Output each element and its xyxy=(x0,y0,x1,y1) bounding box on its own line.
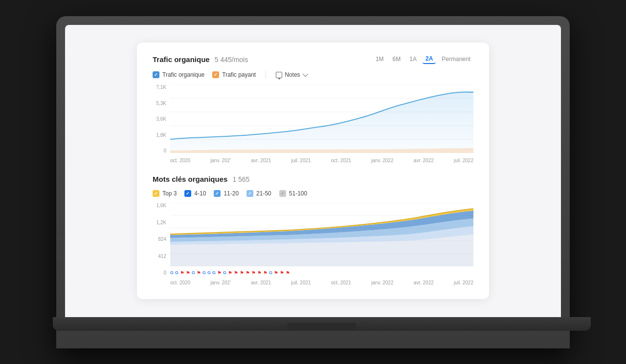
x2-label-avr2022: avr. 2022 xyxy=(414,280,434,285)
filter-permanent[interactable]: Permanent xyxy=(439,55,473,64)
legend-checkbox-paid: ✓ xyxy=(212,71,219,78)
flag-marker-12: ⚑ xyxy=(274,270,278,276)
chart2-container: 1,6K 1,2K 824 412 0 xyxy=(153,203,473,285)
flag-marker-14: ⚑ xyxy=(286,270,290,276)
section1-title: Trafic organique xyxy=(153,55,210,64)
chart1-container: 7,1K 5,3K 3,6K 1,8K 0 xyxy=(153,85,473,163)
filter-1a[interactable]: 1A xyxy=(406,55,420,64)
x2-label-oct2020: oct. 2020 xyxy=(170,280,190,285)
section2-title: Mots clés organiques xyxy=(153,175,227,183)
y-label-18k: 1,8K xyxy=(156,132,166,138)
section1-header: Trafic organique 5 445/mois 1M 6M 1A 2A … xyxy=(153,54,473,64)
legend-checkbox-4-10: ✓ xyxy=(184,190,191,197)
chart1-x-axis: oct. 2020 janv. 202' avr. 2021 juil. 202… xyxy=(170,155,473,163)
flag-marker-13: ⚑ xyxy=(280,270,284,276)
chart2-with-axis: 1,6K 1,2K 824 412 0 xyxy=(153,203,473,285)
chart2-svg xyxy=(170,203,473,266)
x-label-jan2021: janv. 202' xyxy=(210,158,231,163)
flag-marker-2: ⚑ xyxy=(186,270,190,276)
y2-label-16k: 1,6K xyxy=(156,203,166,208)
legend-51-100[interactable]: ✓ 51-100 xyxy=(279,190,307,197)
x2-label-oct2021: oct. 2021 xyxy=(331,280,351,285)
legend-label-paid: Trafic payant xyxy=(222,71,256,78)
y-label-0: 0 xyxy=(163,148,166,153)
legend-checkbox-top3: ✓ xyxy=(153,190,159,197)
flag-marker-8: ⚑ xyxy=(246,270,250,276)
x2-label-jan2021: janv. 202' xyxy=(210,280,231,285)
legend-divider xyxy=(266,71,266,79)
legend-label-51-100: 51-100 xyxy=(289,190,307,197)
laptop-base xyxy=(53,317,591,331)
g-marker-7: G xyxy=(223,270,226,275)
flag-marker-6: ⚑ xyxy=(234,270,238,276)
filter-1m[interactable]: 1M xyxy=(373,55,387,64)
chart2-x-axis: oct. 2020 janv. 202' avr. 2021 juil. 202… xyxy=(170,277,473,285)
x2-label-jan2022: janv. 2022 xyxy=(371,280,393,285)
y2-label-824: 824 xyxy=(158,236,166,242)
legend-trafic-organique[interactable]: ✓ Trafic organique xyxy=(153,71,204,78)
chart2-area: G G ⚑ ⚑ G ⚑ G G G ⚑ G ⚑ xyxy=(170,203,473,285)
x-label-oct2020: oct. 2020 xyxy=(170,158,190,163)
filter-2a[interactable]: 2A xyxy=(423,54,436,64)
x2-label-jul2022: juil. 2022 xyxy=(454,280,473,285)
x-label-avr2022: avr. 2022 xyxy=(414,158,434,163)
section2-legend: ✓ Top 3 ✓ 4-10 ✓ 11-20 xyxy=(153,190,473,197)
screen-content: Trafic organique 5 445/mois 1M 6M 1A 2A … xyxy=(65,25,561,317)
legend-label-11-20: 11-20 xyxy=(224,190,239,197)
legend-checkbox-51-100: ✓ xyxy=(279,190,286,197)
legend-checkbox-organic: ✓ xyxy=(153,71,159,78)
legend-top3[interactable]: ✓ Top 3 xyxy=(153,190,177,197)
section2-header: Mots clés organiques 1 565 xyxy=(153,175,473,183)
x-label-jul2021: juil. 2021 xyxy=(291,158,311,163)
flag-marker-3: ⚑ xyxy=(197,270,201,276)
legend-trafic-payant[interactable]: ✓ Trafic payant xyxy=(212,71,256,78)
markers-row: G G ⚑ ⚑ G ⚑ G G G ⚑ G ⚑ xyxy=(170,268,473,277)
section1-value: 5 445/mois xyxy=(215,56,248,64)
laptop-body: Trafic organique 5 445/mois 1M 6M 1A 2A … xyxy=(56,16,570,348)
laptop-notch xyxy=(288,323,356,331)
section2-title-group: Mots clés organiques 1 565 xyxy=(153,175,249,183)
legend-4-10[interactable]: ✓ 4-10 xyxy=(184,190,206,197)
legend-checkbox-21-50: ✓ xyxy=(246,190,253,197)
notes-button[interactable]: Notes xyxy=(276,71,306,78)
x-label-oct2021: oct. 2021 xyxy=(331,158,351,163)
time-filter-group: 1M 6M 1A 2A Permanent xyxy=(373,54,473,64)
x-label-jul2022: juil. 2022 xyxy=(454,158,473,163)
legend-label-top3: Top 3 xyxy=(162,190,177,197)
legend-label-4-10: 4-10 xyxy=(194,190,206,197)
legend-label-organic: Trafic organique xyxy=(162,71,204,78)
flag-marker-7: ⚑ xyxy=(240,270,244,276)
flag-marker-9: ⚑ xyxy=(251,270,256,276)
laptop-screen: Trafic organique 5 445/mois 1M 6M 1A 2A … xyxy=(65,25,561,317)
g-marker-4: G xyxy=(202,270,206,275)
section2-value: 1 565 xyxy=(232,175,249,183)
g-marker-3: G xyxy=(192,270,195,275)
g-marker-2: G xyxy=(175,270,179,275)
g-marker-5: G xyxy=(207,270,211,275)
chart1-svg xyxy=(170,85,473,153)
x2-label-avr2021: avr. 2021 xyxy=(251,280,271,285)
flag-marker-4: ⚑ xyxy=(217,270,222,276)
chevron-down-icon xyxy=(302,71,308,77)
chart1-with-axis: 7,1K 5,3K 3,6K 1,8K 0 xyxy=(153,85,473,163)
y-label-71k: 7,1K xyxy=(156,85,166,90)
chart2-y-axis: 1,6K 1,2K 824 412 0 xyxy=(153,203,170,285)
y2-label-412: 412 xyxy=(158,254,166,259)
flag-marker-1: ⚑ xyxy=(180,270,184,276)
note-icon xyxy=(276,72,282,78)
chart1-y-axis: 7,1K 5,3K 3,6K 1,8K 0 xyxy=(153,85,170,163)
flag-marker-5: ⚑ xyxy=(228,270,232,276)
x-label-avr2021: avr. 2021 xyxy=(251,158,271,163)
flag-marker-10: ⚑ xyxy=(257,270,262,276)
g-marker-1: G xyxy=(170,270,174,275)
dashboard-card: Trafic organique 5 445/mois 1M 6M 1A 2A … xyxy=(137,43,489,299)
filter-6m[interactable]: 6M xyxy=(390,55,404,64)
legend-11-20[interactable]: ✓ 11-20 xyxy=(214,190,239,197)
g-marker-8: G xyxy=(269,270,272,275)
notes-label: Notes xyxy=(285,71,300,78)
legend-label-21-50: 21-50 xyxy=(256,190,271,197)
y2-label-12k: 1,2K xyxy=(156,220,166,225)
x2-label-jul2021: juil. 2021 xyxy=(291,280,311,285)
legend-21-50[interactable]: ✓ 21-50 xyxy=(246,190,271,197)
section1-title-group: Trafic organique 5 445/mois xyxy=(153,55,248,64)
